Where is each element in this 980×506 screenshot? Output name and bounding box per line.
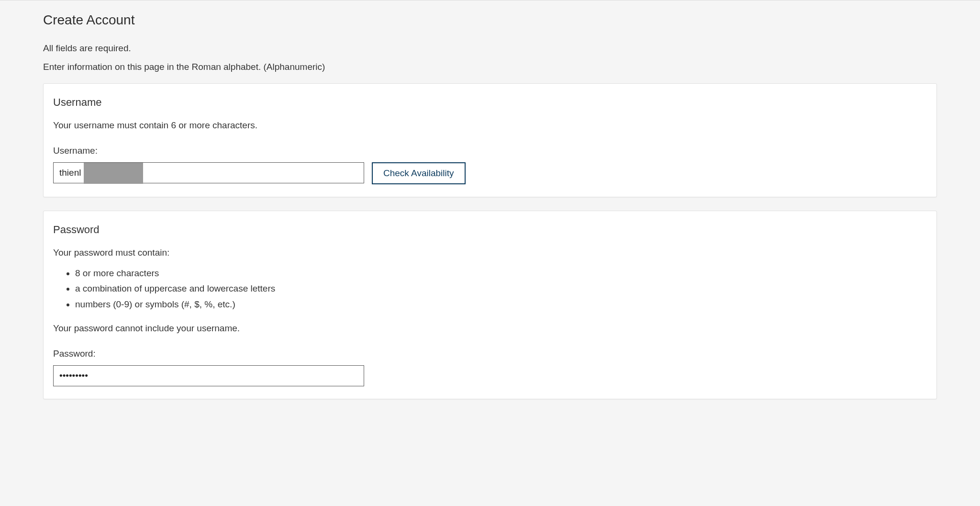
username-section-title: Username	[53, 94, 927, 110]
create-account-page: Create Account All fields are required. …	[0, 0, 980, 418]
page-title: Create Account	[43, 10, 937, 30]
password-requirement: 8 or more characters	[75, 267, 927, 281]
password-requirement: numbers (0-9) or symbols (#, $, %, etc.)	[75, 298, 927, 312]
check-availability-button[interactable]: Check Availability	[372, 162, 466, 184]
password-exclusion-note: Your password cannot include your userna…	[53, 322, 927, 336]
password-section-title: Password	[53, 222, 927, 237]
username-input[interactable]	[53, 162, 364, 183]
password-input-wrap	[53, 365, 364, 386]
password-input[interactable]	[53, 365, 364, 386]
password-row	[53, 365, 927, 386]
required-fields-note: All fields are required.	[43, 42, 937, 56]
password-requirements-list: 8 or more characters a combination of up…	[53, 267, 927, 312]
username-label: Username:	[53, 144, 927, 158]
password-intro: Your password must contain:	[53, 246, 927, 260]
username-panel: Username Your username must contain 6 or…	[43, 83, 937, 197]
username-row: Check Availability	[53, 162, 927, 184]
username-hint: Your username must contain 6 or more cha…	[53, 119, 927, 133]
username-input-wrap	[53, 162, 364, 184]
password-requirement: a combination of uppercase and lowercase…	[75, 282, 927, 296]
alphabet-note: Enter information on this page in the Ro…	[43, 60, 937, 74]
password-panel: Password Your password must contain: 8 o…	[43, 211, 937, 399]
password-label: Password:	[53, 347, 927, 361]
